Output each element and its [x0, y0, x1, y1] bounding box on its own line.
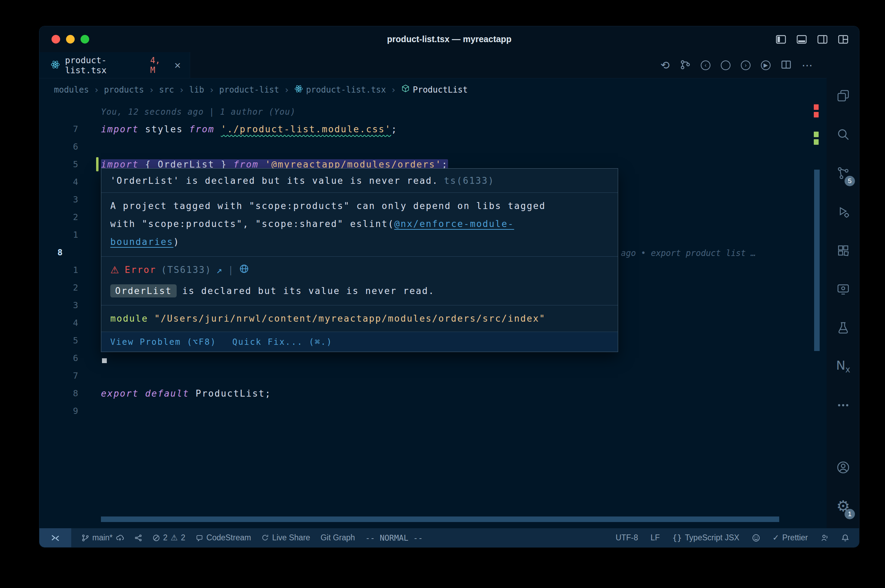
- line-number[interactable]: 6: [39, 353, 78, 363]
- breadcrumb-item-modules[interactable]: modules: [54, 85, 89, 94]
- vim-mode-status[interactable]: -- NORMAL --: [365, 533, 423, 542]
- run-file-icon[interactable]: ▶: [761, 60, 771, 70]
- line-number[interactable]: 8: [39, 388, 78, 398]
- tab-label: product-list.tsx: [65, 55, 146, 75]
- commit-graph-status[interactable]: [134, 534, 142, 542]
- breadcrumb-item-lib[interactable]: lib: [189, 85, 204, 94]
- breadcrumb-item-file[interactable]: product-list.tsx: [294, 84, 386, 95]
- code-line[interactable]: 9: [39, 402, 826, 420]
- breadcrumb-item-src[interactable]: src: [159, 85, 174, 94]
- nx-console-icon[interactable]: Nx: [826, 347, 859, 386]
- globe-icon[interactable]: [239, 264, 249, 276]
- more-views-icon[interactable]: [826, 386, 859, 424]
- customize-layout-icon[interactable]: [838, 34, 849, 45]
- toggle-secondary-sidebar-icon[interactable]: [817, 34, 828, 45]
- settings-badge: 1: [844, 509, 855, 519]
- line-number[interactable]: 3: [39, 195, 78, 204]
- line-number[interactable]: 2: [39, 212, 78, 222]
- line-number[interactable]: 7: [39, 124, 78, 134]
- feedback-person[interactable]: [820, 534, 829, 542]
- encoding-status[interactable]: UTF-8: [616, 533, 638, 542]
- line-number[interactable]: 3: [39, 300, 78, 310]
- code-line[interactable]: 6: [39, 138, 826, 156]
- source-control-badge: 5: [844, 176, 855, 186]
- open-changes-icon[interactable]: [721, 60, 730, 70]
- next-change-icon[interactable]: ›: [741, 60, 751, 70]
- eol-status[interactable]: LF: [651, 533, 660, 542]
- line-number[interactable]: 2: [39, 283, 78, 292]
- line-number[interactable]: 8: [39, 248, 78, 257]
- breadcrumb-item-symbol[interactable]: ProductList: [401, 84, 468, 95]
- search-icon[interactable]: [826, 115, 859, 154]
- breadcrumb-item-products[interactable]: products: [104, 85, 144, 94]
- git-graph-status[interactable]: Git Graph: [320, 533, 355, 542]
- blame-annotation: You, 12 seconds ago | 1 author (You): [101, 107, 296, 117]
- error-circle-icon: [152, 534, 160, 542]
- language-status[interactable]: {} TypeScript JSX: [672, 533, 739, 542]
- close-tab-icon[interactable]: ×: [174, 60, 181, 71]
- codestream-status[interactable]: CodeStream: [196, 533, 251, 542]
- settings-gear-icon[interactable]: ⚙ 1: [826, 487, 859, 525]
- react-file-icon: [51, 60, 60, 71]
- previous-change-icon[interactable]: ‹: [701, 60, 711, 70]
- hover-diagnostic-title: 'OrderList' is declared but its value is…: [101, 169, 618, 193]
- error-detail-text: is declared but its value is never read.: [182, 286, 434, 296]
- problems-status[interactable]: 2 ⚠ 2: [152, 533, 185, 542]
- more-actions-icon[interactable]: ⋯: [802, 60, 813, 71]
- accounts-icon[interactable]: [826, 448, 859, 487]
- toggle-panel-icon[interactable]: [796, 34, 807, 45]
- line-number[interactable]: 1: [39, 265, 78, 275]
- cloud-upload-icon: [116, 534, 124, 542]
- split-editor-icon[interactable]: [781, 59, 791, 71]
- overview-error-mark: [814, 104, 819, 110]
- chevron-right-icon: ›: [209, 85, 214, 95]
- branch-status[interactable]: main*: [81, 533, 124, 542]
- compare-changes-icon[interactable]: [680, 59, 690, 71]
- open-external-icon[interactable]: ↗: [216, 264, 223, 276]
- code-line[interactable]: 7import styles from './product-list.modu…: [39, 120, 826, 138]
- toggle-primary-sidebar-icon[interactable]: [775, 34, 786, 45]
- code-line[interactable]: 7: [39, 367, 826, 384]
- editor-actions: ⟲ ‹ › ▶ ⋯: [660, 52, 826, 78]
- line-number[interactable]: 7: [39, 371, 78, 381]
- quick-fix-link[interactable]: Quick Fix... (⌘.): [232, 337, 332, 347]
- file-history-icon[interactable]: ⟲: [660, 60, 670, 71]
- testing-flask-icon[interactable]: [826, 309, 859, 347]
- smiley-icon: [752, 534, 760, 542]
- code-line[interactable]: You, 12 seconds ago | 1 author (You): [39, 103, 826, 120]
- view-problem-link[interactable]: View Problem (⌥F8): [110, 337, 216, 347]
- titlebar-layout-actions: [775, 26, 849, 52]
- live-share-status[interactable]: Live Share: [261, 533, 310, 542]
- run-debug-icon[interactable]: [826, 192, 859, 231]
- prettier-status[interactable]: ✓ Prettier: [773, 533, 808, 542]
- chevron-right-icon: ›: [149, 85, 154, 95]
- hover-error-section: ⚠ Error (TS6133) ↗ |: [101, 257, 618, 305]
- code-editor[interactable]: You, 12 seconds ago | 1 author (You)7imp…: [39, 101, 826, 528]
- chevron-right-icon: ›: [179, 85, 184, 95]
- symbol-chip: OrderList: [110, 284, 177, 297]
- feedback-smiley[interactable]: [752, 534, 760, 542]
- horizontal-scrollbar[interactable]: [101, 516, 779, 522]
- hover-resize-handle[interactable]: [102, 358, 107, 363]
- notifications-bell[interactable]: [841, 534, 849, 542]
- selection-highlight: import { OrderList } from '@myreactapp/m…: [101, 159, 448, 170]
- line-number[interactable]: 6: [39, 142, 78, 152]
- tab-product-list[interactable]: product-list.tsx 4, M ×: [39, 52, 190, 78]
- line-number[interactable]: 5: [39, 159, 78, 169]
- extensions-icon[interactable]: [826, 231, 859, 270]
- chevron-right-icon: ›: [391, 85, 396, 95]
- source-control-icon[interactable]: 5: [826, 154, 859, 192]
- remote-indicator[interactable]: [39, 528, 71, 547]
- hover-actions: View Problem (⌥F8) Quick Fix... (⌘.): [101, 332, 618, 352]
- line-number[interactable]: 4: [39, 318, 78, 328]
- explorer-icon[interactable]: [826, 76, 859, 115]
- gutter-modified-indicator: [96, 157, 99, 171]
- vertical-scrollbar[interactable]: [814, 170, 820, 351]
- breadcrumb-item-product-list[interactable]: product-list: [219, 85, 279, 94]
- code-line[interactable]: 8export default ProductList;: [39, 384, 826, 402]
- remote-explorer-icon[interactable]: [826, 270, 859, 309]
- line-number[interactable]: 9: [39, 406, 78, 416]
- line-number[interactable]: 5: [39, 336, 78, 345]
- line-number[interactable]: 4: [39, 177, 78, 187]
- line-number[interactable]: 1: [39, 230, 78, 240]
